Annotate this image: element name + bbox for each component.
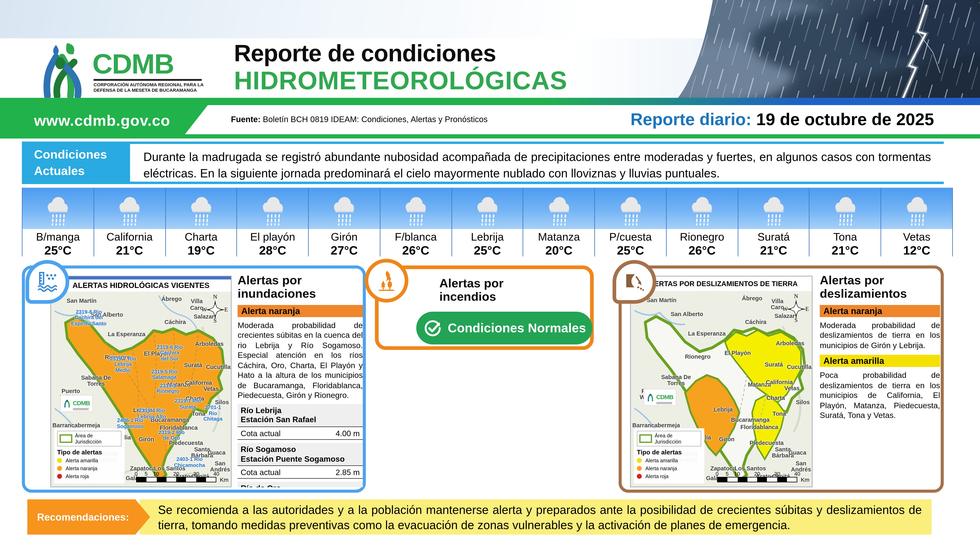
weather-city-temp: 26°C [667, 244, 738, 257]
legend-dot [57, 458, 62, 463]
map-city-label: Cucutilla [787, 364, 812, 370]
svg-text:W: W [783, 306, 788, 312]
scale-tick: 20 [754, 471, 760, 477]
map-top-strip [51, 276, 231, 279]
source-text: Fuente: Boletín BCH 0819 IDEAM: Condicio… [231, 115, 488, 124]
weather-info: Lebrija 25°C [452, 229, 523, 256]
scale-tick: 20 [173, 471, 179, 477]
station-metric: Cota actual [241, 429, 280, 438]
map-basin-label: 2406-1 Rio Sogamoso [117, 418, 144, 429]
weather-city-temp: 25°C [452, 244, 523, 257]
scale-tick: 10 [734, 471, 740, 477]
weather-info: Rionegro 26°C [667, 229, 738, 256]
map-city-label: Floridablanca [740, 425, 778, 431]
weather-info: Tona 21°C [810, 229, 881, 256]
weather-cell: El playón 28°C [237, 188, 309, 256]
weather-info: B/manga 25°C [22, 229, 93, 256]
scale-tick: 30 [193, 471, 199, 477]
weather-city-name: Rionegro [667, 231, 738, 244]
fire-status-text: Condiciones Normales [448, 321, 586, 335]
map-basin-label: 2403-1 Rio Chicamocha [174, 457, 205, 468]
website-link[interactable]: www.cdmb.gov.co [34, 112, 170, 129]
legend-item: Alerta amarilla [57, 457, 121, 464]
map-legend: Área de Jurisdicción Tipo de alertas Ale… [54, 428, 124, 484]
storm-photo [641, 0, 980, 105]
report-date-line: Reporte diario: 19 de octubre de 2025 [631, 110, 934, 129]
weather-sky [309, 188, 380, 229]
weather-forecast-row: B/manga 25°C [22, 188, 953, 256]
map-cdmb-mini-logo: CDMB [60, 395, 93, 412]
weather-city-name: F/blanca [380, 231, 451, 244]
weather-info: Vetas 12°C [881, 229, 952, 256]
rain-cloud-icon [472, 192, 503, 228]
scale-tick: 5 [145, 471, 148, 477]
weather-city-temp: 21°C [738, 244, 809, 257]
legend-item: Alerta roja [57, 473, 121, 479]
legend-title: Tipo de alertas [637, 448, 701, 456]
map-city-label: Silos [796, 399, 810, 405]
station-row: Cota actual 2.85 m [238, 466, 363, 479]
page-title-line1: Reporte de condiciones [234, 40, 496, 67]
station-value: 4.00 m [336, 429, 360, 438]
map-city-label: Arboledas [776, 340, 804, 346]
legend-item: Alerta naranja [57, 465, 121, 472]
fire-badge [364, 259, 408, 303]
station-header: Río Sogamoso Estación Puente Sogamoso [238, 443, 363, 466]
compass-rose-icon: N S W E [783, 293, 809, 322]
flood-orange-alert-bar: Alerta naranja [238, 305, 363, 317]
weather-info: El playón 28°C [237, 229, 308, 256]
map-city-label: Barrancabermeja [632, 422, 680, 429]
svg-text:E: E [805, 306, 809, 312]
ribbon-bar: www.cdmb.gov.co Fuente: Boletín BCH 0819… [0, 105, 980, 134]
map-city-label: Ábrego [742, 295, 762, 302]
weather-cell: F/blanca 26°C [380, 188, 452, 256]
current-conditions-text: Durante la madrugada se registró abundan… [143, 149, 931, 181]
weather-info: F/blanca 26°C [380, 229, 451, 256]
flood-map: ALERTAS HIDROLÓGICAS VIGENTES [51, 276, 232, 487]
landslide-orange-alert-text: Moderada probabilidad de deslizamientos … [820, 321, 940, 351]
flood-map-canvas: San MartínSan AlbertoÁbregoVilla CaroSal… [51, 292, 231, 487]
weather-sky [667, 188, 738, 229]
map-basin-label: 2319-7 Rio Lebrija Medio [110, 356, 136, 373]
weather-cell: Girón 27°C [309, 188, 380, 256]
station-row: Cota actual 4.00 m [238, 427, 363, 440]
landslide-map-title: ALERTAS POR DESLIZAMIENTOS DE TIERRA [631, 276, 812, 291]
report-date-label: Reporte diario: [631, 110, 756, 129]
rain-cloud-icon [686, 192, 718, 228]
weather-cell: P/cuesta 25°C [595, 188, 667, 256]
map-scalebar: 0510203040 Km [717, 471, 808, 484]
station-name: Estación San Rafael [241, 415, 360, 425]
map-basin-label: 2319-2 Rio de Oro [158, 429, 185, 441]
weather-cell: California 21°C [94, 188, 165, 256]
map-city-label: Vetas [784, 385, 800, 391]
map-city-label: Cáchira [745, 319, 767, 325]
station-group: Río de Oro Estación Palogordo Cota actua… [238, 482, 363, 487]
weather-sky [22, 188, 93, 229]
weather-city-temp: 25°C [22, 244, 93, 257]
weather-city-temp: 21°C [94, 244, 165, 257]
map-city-label: El Playón [725, 350, 751, 356]
weather-cell: Matanza 20°C [523, 188, 595, 256]
weather-city-temp: 20°C [523, 244, 594, 257]
current-conditions-label: Condiciones Actuales [22, 141, 148, 184]
scale-tick: 5 [725, 471, 729, 477]
map-cdmb-mini-logo: CDMB [644, 389, 676, 406]
weather-sky [237, 188, 308, 229]
weather-sky [452, 188, 523, 229]
station-group: Río Lebrija Estación San Rafael Cota act… [238, 404, 363, 440]
landslide-alerts-column: Alertas pordeslizamientos Alerta naranja… [820, 273, 940, 487]
map-basin-label: 2319-5 Rio Salamaga [151, 369, 177, 381]
weather-info: Matanza 20°C [523, 229, 594, 256]
weather-sky [738, 188, 809, 229]
forest-fire-icon [375, 270, 398, 292]
flood-map-title: ALERTAS HIDROLÓGICAS VIGENTES [51, 279, 231, 292]
scale-unit: Km [220, 476, 229, 483]
weather-cell: Vetas 12°C [881, 188, 953, 256]
weather-cell: Tona 21°C [810, 188, 881, 256]
rain-cloud-icon [42, 192, 74, 228]
weather-cell: Charta 19°C [166, 188, 237, 256]
landslide-panel-title: Alertas pordeslizamientos [820, 273, 940, 300]
current-conditions-box: Durante la madrugada se registró abundan… [130, 141, 944, 184]
station-table: Río Lebrija Estación San Rafael Cota act… [238, 404, 363, 487]
legend-dot [637, 458, 642, 463]
